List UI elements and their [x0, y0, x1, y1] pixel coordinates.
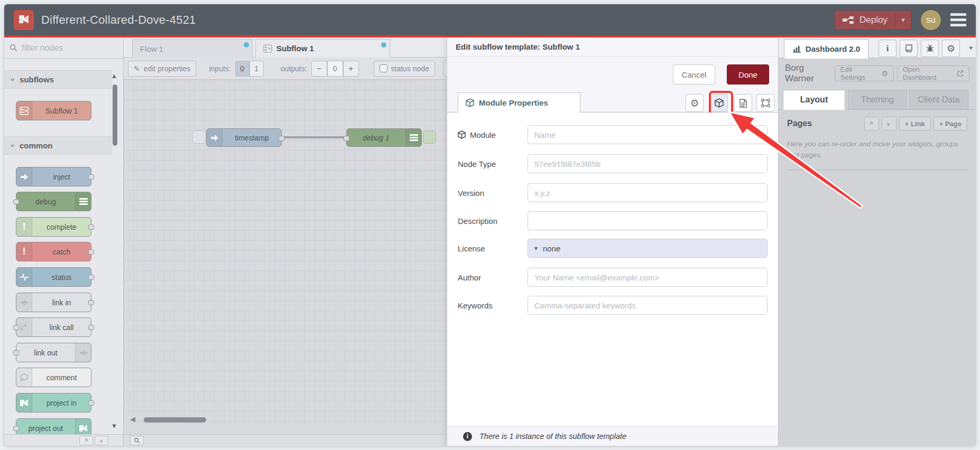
- deploy-button[interactable]: Deploy ▾: [835, 11, 911, 30]
- tab-theming[interactable]: Theming: [848, 90, 907, 110]
- subflow-properties-button[interactable]: ⚙: [686, 94, 704, 112]
- palette-node-project-in[interactable]: project in: [16, 393, 91, 412]
- info-icon: i: [886, 43, 889, 54]
- tab-client-data[interactable]: Client Data: [909, 90, 968, 110]
- filter-nodes-input[interactable]: [22, 43, 106, 53]
- outputs-increment-button[interactable]: +: [343, 61, 359, 77]
- collapse-all-button[interactable]: »: [79, 436, 93, 445]
- output-port[interactable]: [88, 249, 94, 255]
- palette-node-comment[interactable]: comment: [16, 368, 91, 387]
- output-port[interactable]: [88, 174, 94, 180]
- palette-scroll-up-icon[interactable]: ▲: [110, 72, 118, 80]
- done-button[interactable]: Done: [727, 64, 769, 85]
- node-type-input[interactable]: [528, 154, 768, 173]
- input-port[interactable]: [13, 426, 19, 431]
- canvas-hscrollbar-thumb[interactable]: [144, 417, 206, 423]
- collapse-pages-button[interactable]: »: [864, 117, 879, 130]
- palette-node-catch[interactable]: ! catch: [16, 242, 91, 261]
- input-port[interactable]: [13, 350, 19, 355]
- palette-scroll-down-icon[interactable]: ▼: [110, 422, 118, 430]
- input-port[interactable]: [13, 325, 19, 330]
- pages-title: Pages: [787, 119, 812, 128]
- keywords-input[interactable]: [528, 296, 768, 315]
- expand-pages-button[interactable]: »: [882, 117, 896, 130]
- tab-subflow-1[interactable]: Subflow 1: [255, 39, 390, 58]
- tab-module-properties-label: Module Properties: [479, 98, 548, 107]
- palette-node-label: inject: [32, 173, 91, 181]
- subflow-output-stub[interactable]: [423, 130, 436, 144]
- palette-node-status[interactable]: status: [16, 267, 91, 287]
- appearance-button[interactable]: [756, 94, 774, 112]
- author-input[interactable]: [528, 268, 768, 287]
- tab-dashboard-2[interactable]: Dashboard 2.0: [784, 39, 868, 59]
- flow-node-debug-1[interactable]: debug 1: [346, 128, 422, 147]
- main-menu-button[interactable]: [950, 13, 966, 26]
- deploy-button-main[interactable]: Deploy: [835, 11, 895, 29]
- tab-layout[interactable]: Layout: [783, 90, 845, 110]
- outputs-decrement-button[interactable]: −: [311, 61, 327, 77]
- module-properties-button[interactable]: [710, 94, 728, 112]
- user-avatar[interactable]: su: [921, 10, 941, 30]
- description-input[interactable]: [528, 211, 768, 230]
- inputs-option-0[interactable]: 0: [235, 61, 249, 77]
- output-port[interactable]: [88, 325, 94, 330]
- wire[interactable]: [282, 136, 347, 138]
- unsaved-changes-dot: [381, 42, 386, 48]
- description-button[interactable]: [734, 94, 752, 112]
- edit-properties-label: edit properties: [144, 64, 191, 73]
- palette-node-link-out[interactable]: link out: [16, 343, 91, 362]
- expand-all-button[interactable]: »: [95, 436, 108, 445]
- project-in-icon: [16, 393, 32, 412]
- config-nodes-tab-button[interactable]: ⚙: [942, 40, 960, 57]
- input-port[interactable]: [344, 136, 349, 141]
- info-icon: i: [463, 432, 472, 441]
- edit-settings-button[interactable]: Edit Settings ⚙: [835, 65, 894, 81]
- category-common[interactable]: ˅ common: [4, 136, 112, 155]
- deploy-caret-button[interactable]: ▾: [895, 11, 911, 29]
- input-port[interactable]: [13, 199, 19, 204]
- dashboard-project-row: Borg Warner Edit Settings ⚙ Open Dashboa…: [779, 58, 976, 89]
- status-node-label: status node: [391, 64, 429, 73]
- pages-help-text: Here you can re-order and move your widg…: [787, 139, 967, 161]
- output-port[interactable]: [88, 224, 94, 230]
- gear-icon: ⚙: [947, 43, 955, 54]
- license-select[interactable]: ▾ none: [528, 239, 768, 258]
- open-dashboard-button[interactable]: Open Dashboard: [897, 65, 969, 81]
- status-node-toggle[interactable]: status node: [374, 61, 435, 77]
- cancel-button[interactable]: Cancel: [673, 64, 715, 85]
- debug-tab-button[interactable]: [921, 40, 939, 57]
- tab-module-properties[interactable]: Module Properties: [458, 92, 580, 112]
- palette-scrollbar-thumb[interactable]: [113, 85, 117, 146]
- version-input[interactable]: [528, 183, 768, 202]
- palette-node-inject[interactable]: inject: [16, 167, 91, 186]
- tab-flow-1[interactable]: Flow 1: [132, 39, 253, 58]
- sidebar-menu-caret-icon[interactable]: ▾: [969, 44, 973, 52]
- info-tab-button[interactable]: i: [879, 40, 896, 57]
- search-flows-button[interactable]: [130, 436, 144, 445]
- inputs-option-1[interactable]: 1: [249, 61, 264, 77]
- output-port[interactable]: [88, 400, 94, 406]
- palette-node-complete[interactable]: ! complete: [16, 217, 91, 237]
- output-port[interactable]: [88, 275, 94, 280]
- flow-node-timestamp[interactable]: timestamp: [206, 128, 282, 147]
- help-tab-button[interactable]: [900, 40, 918, 57]
- module-input[interactable]: [528, 125, 768, 144]
- category-subflows[interactable]: ˅ subflows: [4, 70, 112, 89]
- palette-node-link-in[interactable]: link in: [16, 293, 91, 312]
- complete-icon: !: [16, 218, 32, 236]
- edit-properties-button[interactable]: ✎ edit properties: [128, 61, 196, 77]
- palette-node-link-call[interactable]: link call: [16, 317, 91, 337]
- avatar-initials: su: [926, 15, 936, 25]
- subflow-input-stub[interactable]: [192, 130, 206, 144]
- output-port[interactable]: [279, 136, 284, 141]
- outputs-label: outputs:: [281, 64, 307, 73]
- add-link-button[interactable]: + Link: [899, 117, 931, 130]
- status-node-checkbox[interactable]: [380, 64, 387, 72]
- palette-node-debug[interactable]: debug: [16, 192, 91, 211]
- scroll-left-icon[interactable]: ◀: [130, 415, 135, 423]
- deploy-icon: [843, 16, 854, 24]
- add-page-button[interactable]: + Page: [933, 117, 967, 130]
- palette-node-subflow-1[interactable]: Subflow 1: [16, 101, 91, 120]
- project-name: Borg Warner: [785, 63, 835, 84]
- output-port[interactable]: [88, 300, 94, 305]
